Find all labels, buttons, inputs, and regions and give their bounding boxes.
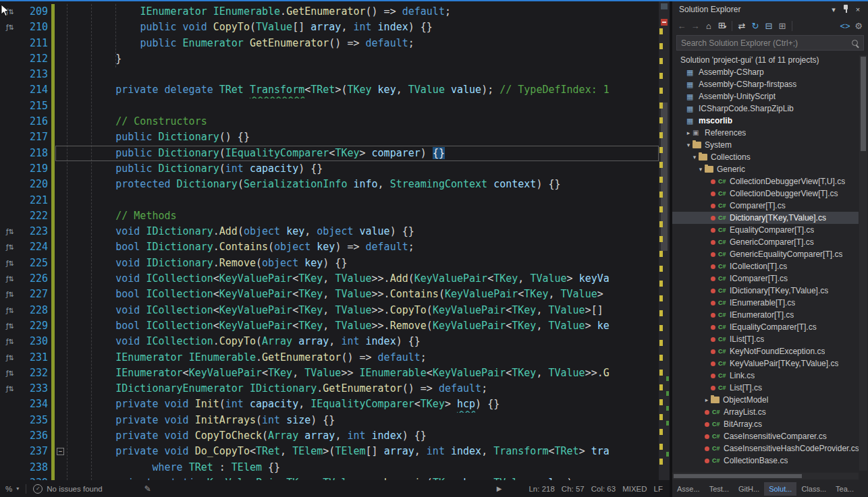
forward-icon[interactable]: → (688, 20, 702, 33)
tree-item[interactable]: ▦Assembly-CSharp (672, 66, 859, 78)
refresh-icon[interactable]: ↻ (749, 20, 762, 33)
code-line[interactable]: 216 // Constructors (0, 114, 659, 129)
tree-item[interactable]: ▾Generic (672, 163, 859, 175)
tree-item[interactable]: C#ICollection[T].cs (672, 260, 859, 272)
splitter-grip-icon[interactable] (661, 3, 668, 9)
tree-vertical-scrollbar[interactable] (859, 55, 867, 471)
reference-indicator-icon[interactable]: ƒ⇅ (0, 303, 20, 318)
code-line[interactable]: 234 private void Init(int capacity, IEqu… (0, 397, 659, 412)
issues-label[interactable]: No issues found (47, 485, 102, 493)
code-line[interactable]: ƒ⇅225 void IDictionary.Remove(object key… (0, 256, 659, 271)
code-line[interactable]: 236 private void CopyToCheck(Array array… (0, 428, 659, 444)
tree-item[interactable]: C#BitArray.cs (672, 418, 859, 430)
collapse-all-icon[interactable]: ⊟ (762, 20, 776, 33)
code-line[interactable]: 215 (0, 98, 659, 114)
code-line[interactable]: 217 public Dictionary() {} (0, 129, 659, 145)
tree-item[interactable]: C#IDictionary[TKey,TValue].cs (672, 285, 859, 297)
tree-item[interactable]: C#EqualityComparer[T].cs (672, 224, 859, 236)
tree-item[interactable]: C#CaseInsensitiveComparer.cs (672, 430, 859, 442)
run-icon[interactable]: ▶ (497, 485, 502, 492)
panel-tab[interactable]: Test... (705, 482, 734, 496)
window-position-icon[interactable]: ▾ (828, 5, 840, 14)
code-line[interactable]: 213 (0, 67, 659, 82)
panel-tab[interactable]: Class... (796, 482, 831, 496)
panel-tab[interactable]: GitH... (734, 482, 764, 496)
pin-icon[interactable] (840, 4, 852, 15)
editor-pane[interactable]: ƒ⇅209 IEnumerator IEnumerable.GetEnumera… (0, 1, 670, 480)
tree-item[interactable]: ▾System (672, 139, 859, 151)
panel-tab[interactable]: Tea... (831, 482, 859, 496)
tree-item[interactable]: C#IEnumerable[T].cs (672, 297, 859, 309)
scrollbar-thumb[interactable] (674, 474, 802, 478)
tree-item[interactable]: ▾Collections (672, 151, 859, 163)
code-line[interactable]: 238 where TRet : TElem {} (0, 460, 659, 475)
close-icon[interactable]: × (852, 5, 864, 13)
code-line[interactable]: ƒ⇅231 IEnumerator IEnumerable.GetEnumera… (0, 350, 659, 366)
code-line[interactable]: ƒ⇅232 IEnumerator<KeyValuePair<TKey, TVa… (0, 366, 659, 381)
chevron-expanded-icon[interactable]: ▾ (697, 163, 705, 175)
reference-indicator-icon[interactable]: ƒ⇅ (0, 256, 20, 271)
chevron-expanded-icon[interactable]: ▾ (690, 151, 699, 163)
reference-indicator-icon[interactable]: ƒ⇅ (0, 239, 20, 255)
tree-item[interactable]: C#CollectionDebuggerView[T].cs (672, 187, 859, 200)
reference-indicator-icon[interactable]: ƒ⇅ (0, 224, 20, 239)
chevron-expanded-icon[interactable]: ▾ (684, 139, 693, 151)
code-line[interactable]: ƒ⇅229 bool ICollection<KeyValuePair<TKey… (0, 318, 659, 334)
tree-horizontal-scrollbar[interactable] (672, 473, 859, 479)
tree-item[interactable]: C#IComparer[T].cs (672, 272, 859, 285)
tree-item[interactable]: ▦mscorlib (672, 115, 859, 127)
tree-item[interactable]: C#GenericComparer[T].cs (672, 236, 859, 248)
tree-item[interactable]: C#CollectionBase.cs (672, 455, 859, 467)
column-indicator[interactable]: Col: 63 (591, 485, 616, 493)
view-code-icon[interactable]: <> (838, 20, 852, 33)
tree-item[interactable]: C#GenericEqualityComparer[T].cs (672, 248, 859, 260)
tree-item[interactable]: C#IList[T].cs (672, 333, 859, 345)
panel-splitter[interactable] (670, 1, 672, 497)
eol-indicator[interactable]: LF (654, 485, 663, 493)
home-icon[interactable]: ⌂ (702, 20, 715, 33)
zoom-label[interactable]: % (5, 485, 12, 493)
encoding-indicator[interactable]: MIXED (622, 485, 647, 493)
tree-item[interactable]: C#ArrayList.cs (672, 406, 859, 418)
code-line[interactable]: ƒ⇅226 void ICollection<KeyValuePair<TKey… (0, 271, 659, 287)
tree-item[interactable]: ▦ICSharpCode.SharpZipLib (672, 103, 859, 115)
reference-indicator-icon[interactable]: ƒ⇅ (0, 20, 20, 35)
code-line[interactable]: ƒ⇅228 void ICollection<KeyValuePair<TKey… (0, 303, 659, 318)
chevron-collapsed-icon[interactable]: ▸ (703, 394, 711, 406)
tree-item[interactable]: C#CaseInsensitiveHashCodeProvider.cs (672, 442, 859, 455)
tree-item[interactable]: C#CollectionDebuggerView[T,U].cs (672, 175, 859, 187)
code-line[interactable]: ƒ⇅230 void ICollection.CopyTo(Array arra… (0, 334, 659, 349)
reference-indicator-icon[interactable]: ƒ⇅ (0, 318, 20, 334)
code-line[interactable]: 235 private void InitArrays(int size) {} (0, 413, 659, 428)
panel-tab[interactable]: Asse... (672, 482, 705, 496)
tree-item[interactable]: ▦Assembly-CSharp-firstpass (672, 78, 859, 90)
tree-item[interactable]: C#KeyValuePair[TKey,TValue].cs (672, 357, 859, 370)
code-line[interactable]: 221 (0, 193, 659, 208)
tree-item[interactable]: Solution 'project-gui' (11 of 11 project… (672, 54, 859, 66)
reference-indicator-icon[interactable]: ƒ⇅ (0, 350, 20, 366)
zoom-caret-icon[interactable]: ▾ (16, 486, 19, 492)
code-line[interactable]: 239 private static KeyValuePair<TKey, TV… (0, 475, 659, 480)
code-line[interactable]: ƒ⇅224 bool IDictionary.Contains(object k… (0, 239, 659, 255)
back-icon[interactable]: ← (675, 20, 688, 33)
sync-with-active-document-icon[interactable]: ⇄ (735, 20, 749, 33)
reference-indicator-icon[interactable]: ƒ⇅ (0, 4, 20, 20)
chevron-collapsed-icon[interactable]: ▸ (684, 127, 693, 139)
code-line[interactable]: 219 public Dictionary(int capacity) {} (0, 161, 659, 177)
edit-status-icon[interactable]: ✎ (144, 484, 151, 494)
reference-indicator-icon[interactable]: ƒ⇅ (0, 366, 20, 381)
scrollbar-thumb[interactable] (861, 57, 866, 151)
code-line[interactable]: ƒ⇅209 IEnumerator IEnumerable.GetEnumera… (0, 4, 659, 20)
code-line[interactable]: 214 private delegate TRet Transform<TRet… (0, 82, 659, 98)
code-line[interactable]: 218 public Dictionary(IEqualityComparer<… (0, 146, 659, 161)
code-line[interactable]: 211 public Enumerator GetEnumerator() =>… (0, 36, 659, 51)
code-line[interactable]: 222 // Methods (0, 208, 659, 224)
code-line[interactable]: 212 } (0, 51, 659, 67)
code-line[interactable]: 220 protected Dictionary(SerializationIn… (0, 177, 659, 192)
tree-item[interactable]: ▸ObjectModel (672, 394, 859, 406)
fold-collapse-button[interactable]: − (57, 448, 64, 455)
reference-indicator-icon[interactable]: ƒ⇅ (0, 381, 20, 397)
tree-item[interactable]: C#IEqualityComparer[T].cs (672, 321, 859, 333)
tree-item[interactable]: C#IEnumerator[T].cs (672, 309, 859, 321)
switch-views-icon[interactable]: ⊞▾ (715, 19, 729, 34)
